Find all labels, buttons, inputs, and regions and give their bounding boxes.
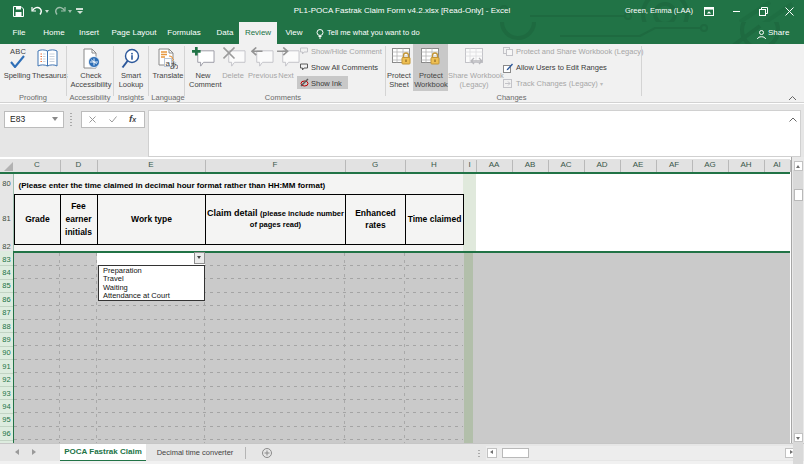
svg-text:あ: あ bbox=[170, 60, 178, 69]
